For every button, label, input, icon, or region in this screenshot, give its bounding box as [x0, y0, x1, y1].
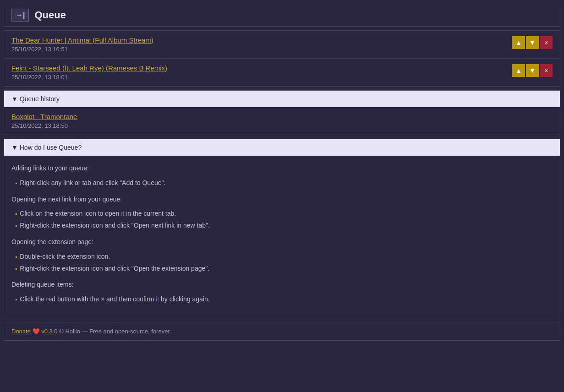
bullet-icon-6: ▪: [15, 295, 17, 305]
move-down-button-1[interactable]: ▼: [526, 36, 539, 49]
footer-copyright-text: © Holllo — Free and open-source, forever…: [59, 328, 171, 335]
donate-link[interactable]: Donate: [11, 328, 31, 335]
move-up-button-2[interactable]: ▲: [512, 64, 525, 77]
opening-item-2: ▪ Right-click the extension icon and cli…: [15, 220, 553, 231]
queue-history-section: ▼ Queue history Boxplot - Tramontane 25/…: [4, 90, 560, 135]
queue-item-controls-1: ▲ ▼ ×: [512, 36, 553, 49]
queue-history-content: Boxplot - Tramontane 25/10/2022, 13:18:5…: [4, 107, 560, 135]
header: →| Queue: [4, 4, 560, 27]
queue-item-title-1[interactable]: The Dear Hunter | Antimai (Full Album St…: [11, 36, 153, 44]
move-down-button-2[interactable]: ▼: [526, 64, 539, 77]
queue-item-date-1: 25/10/2022, 13:16:51: [11, 46, 512, 53]
opening-list: ▪ Click on the extension icon to open it…: [15, 208, 553, 231]
queue-history-header[interactable]: ▼ Queue history: [4, 91, 560, 107]
adding-item-1: ▪ Right-click any link or tab and click …: [15, 178, 553, 189]
history-item-1: Boxplot - Tramontane 25/10/2022, 13:18:5…: [4, 107, 560, 135]
help-section: ▼ How do I use Queue? Adding links to yo…: [4, 139, 560, 318]
heart-icon: ❤️: [33, 328, 42, 335]
deleting-item-text-1: Click the red button with the × and then…: [20, 294, 209, 305]
version-link[interactable]: v0.3.0: [41, 328, 57, 335]
adding-list: ▪ Right-click any link or tab and click …: [15, 178, 553, 189]
extension-item-text-2: Right-click the extension icon and click…: [20, 263, 209, 274]
queue-item-title-2[interactable]: Feint - Starseed (ft. Leah Rye) (Rameses…: [11, 64, 167, 72]
move-up-button-1[interactable]: ▲: [512, 36, 525, 49]
extension-title: Opening the extension page:: [11, 237, 553, 248]
opening-item-1: ▪ Click on the extension icon to open it…: [15, 208, 553, 219]
help-content: Adding links to your queue: ▪ Right-clic…: [4, 156, 560, 318]
delete-button-1[interactable]: ×: [540, 36, 553, 49]
queue-icon: →|: [11, 9, 29, 22]
delete-button-2[interactable]: ×: [540, 64, 553, 77]
history-item-date-1: 25/10/2022, 13:18:50: [11, 122, 553, 129]
bullet-icon: ▪: [15, 179, 17, 189]
extension-list: ▪ Double-click the extension icon. ▪ Rig…: [15, 251, 553, 274]
extension-item-text-1: Double-click the extension icon.: [20, 251, 110, 262]
help-header[interactable]: ▼ How do I use Queue?: [4, 139, 560, 156]
queue-item-controls-2: ▲ ▼ ×: [512, 64, 553, 77]
extension-item-1: ▪ Double-click the extension icon.: [15, 251, 553, 262]
queue-item-content: The Dear Hunter | Antimai (Full Album St…: [11, 36, 512, 53]
adding-title: Adding links to your queue:: [11, 163, 553, 174]
extension-item-2: ▪ Right-click the extension icon and cli…: [15, 263, 553, 274]
footer: Donate ❤️ v0.3.0 © Holllo — Free and ope…: [4, 322, 560, 341]
opening-title: Opening the next link from your queue:: [11, 194, 553, 205]
opening-item-text-1: Click on the extension icon to open it i…: [20, 208, 176, 219]
opening-item-text-2: Right-click the extension icon and click…: [20, 220, 210, 231]
queue-item: The Dear Hunter | Antimai (Full Album St…: [4, 31, 560, 59]
bullet-icon-2: ▪: [15, 209, 17, 219]
bullet-icon-3: ▪: [15, 221, 17, 231]
deleting-item-1: ▪ Click the red button with the × and th…: [15, 294, 553, 305]
deleting-title: Deleting queue items:: [11, 279, 553, 290]
bullet-icon-5: ▪: [15, 264, 17, 274]
queue-item-date-2: 25/10/2022, 13:18:01: [11, 74, 512, 81]
history-item-title-1[interactable]: Boxplot - Tramontane: [11, 113, 77, 120]
queue-item-content-2: Feint - Starseed (ft. Leah Rye) (Rameses…: [11, 64, 512, 81]
adding-item-text-1: Right-click any link or tab and click "A…: [20, 178, 165, 189]
bullet-icon-4: ▪: [15, 252, 17, 262]
deleting-list: ▪ Click the red button with the × and th…: [15, 294, 553, 305]
queue-item-2: Feint - Starseed (ft. Leah Rye) (Rameses…: [4, 59, 560, 86]
page-title: Queue: [34, 9, 66, 21]
queue-section: The Dear Hunter | Antimai (Full Album St…: [4, 30, 560, 87]
